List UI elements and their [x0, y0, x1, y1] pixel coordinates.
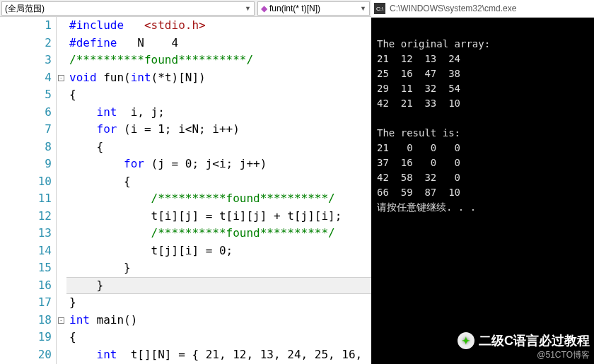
- code-line[interactable]: for (j = 0; j<i; j++): [66, 155, 371, 173]
- code-line[interactable]: }: [66, 259, 371, 277]
- chevron-down-icon: ▼: [245, 5, 251, 12]
- symbol-label: ◆fun(int(* t)[N]): [261, 4, 320, 13]
- ide-pane: (全局范围) ▼ ◆fun(int(* t)[N]) ▼ 12345678910…: [0, 0, 371, 364]
- code-line[interactable]: #define N 4: [66, 35, 371, 52]
- fold-column: --: [57, 17, 66, 364]
- code-line[interactable]: {: [66, 173, 371, 191]
- watermark-title: 二级C语言必过教程: [479, 332, 590, 349]
- code-line[interactable]: for (i = 1; i<N; i++): [66, 121, 371, 139]
- wechat-icon: ✦: [458, 332, 474, 349]
- console-titlebar[interactable]: C:\ C:\WINDOWS\system32\cmd.exe: [371, 0, 594, 18]
- code-area[interactable]: #include <stdio.h>#define N 4/**********…: [66, 17, 371, 364]
- scope-dropdown[interactable]: (全局范围) ▼: [1, 1, 255, 16]
- code-line[interactable]: int i, j;: [66, 104, 371, 122]
- watermark: ✦ 二级C语言必过教程 @51CTO博客: [458, 332, 590, 361]
- code-line[interactable]: {: [66, 329, 371, 346]
- code-line[interactable]: {: [66, 139, 371, 156]
- code-line[interactable]: int t[][N] = { 21, 12, 13, 24, 25, 16,: [66, 346, 371, 364]
- cmd-icon: C:\: [374, 3, 385, 14]
- console-pane: C:\ C:\WINDOWS\system32\cmd.exe The orig…: [371, 0, 594, 364]
- code-line[interactable]: void fun(int(*t)[N]): [66, 69, 371, 87]
- code-line[interactable]: #include <stdio.h>: [66, 17, 371, 35]
- console-title: C:\WINDOWS\system32\cmd.exe: [390, 4, 516, 13]
- symbol-dropdown[interactable]: ◆fun(int(* t)[N]) ▼: [257, 1, 370, 16]
- code-editor[interactable]: 1234567891011121314151617181920 -- #incl…: [0, 17, 371, 364]
- scope-label: (全局范围): [5, 3, 45, 15]
- line-gutter: 1234567891011121314151617181920: [0, 17, 57, 364]
- code-line[interactable]: /**********found**********/: [66, 190, 371, 208]
- toolbar: (全局范围) ▼ ◆fun(int(* t)[N]) ▼: [0, 0, 371, 17]
- code-line[interactable]: }: [66, 294, 371, 312]
- code-line[interactable]: t[i][j] = t[i][j] + t[j][i];: [66, 208, 371, 225]
- code-line[interactable]: /**********found**********/: [66, 225, 371, 242]
- code-line[interactable]: /**********found**********/: [66, 52, 371, 69]
- console-output: The original array: 21 12 13 24 25 16 47…: [371, 18, 594, 219]
- code-line[interactable]: int main(): [66, 312, 371, 329]
- code-line[interactable]: {: [66, 86, 371, 104]
- code-line[interactable]: t[j][i] = 0;: [66, 242, 371, 260]
- chevron-down-icon: ▼: [360, 5, 366, 12]
- watermark-sub: @51CTO博客: [458, 349, 590, 361]
